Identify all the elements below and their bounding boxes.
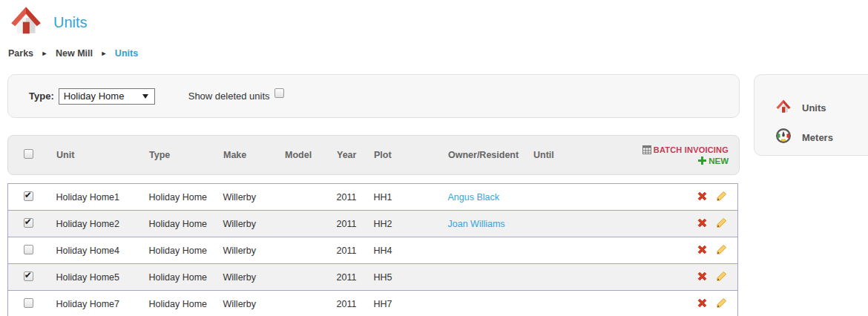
show-deleted-label: Show deleted units: [188, 90, 270, 102]
cell-make: Willerby: [216, 237, 277, 264]
cell-model: [277, 211, 329, 237]
cell-make: Willerby: [216, 291, 277, 316]
cell-until: [526, 211, 608, 237]
column-header-model: Model: [277, 136, 329, 174]
gauge-icon: [775, 128, 792, 147]
units-page: { "header": { "title": "Units" }, "bread…: [0, 0, 868, 316]
filter-panel: Type: Holiday Home Show deleted units: [7, 74, 740, 118]
table-header: Unit Type Make Model Year Plot Owner/Res…: [7, 135, 740, 175]
cell-type: Holiday Home: [142, 291, 216, 316]
cell-make: Willerby: [216, 264, 277, 291]
owner-link[interactable]: Angus Black: [448, 192, 499, 203]
cell-year: 2011: [329, 237, 366, 264]
edit-pencil-icon[interactable]: [716, 271, 727, 284]
cell-year: 2011: [329, 184, 366, 211]
row-checkbox[interactable]: [24, 218, 33, 228]
column-header-until: Until: [526, 136, 608, 174]
table-row: Holiday Home7 Holiday Home Willerby 2011…: [8, 291, 738, 316]
edit-pencil-icon[interactable]: [716, 217, 727, 231]
column-header-type: Type: [142, 136, 216, 174]
cell-until: [526, 237, 608, 264]
units-table: Holiday Home1 Holiday Home Willerby 2011…: [7, 183, 738, 316]
select-all-checkbox[interactable]: [24, 149, 33, 159]
edit-pencil-icon[interactable]: [716, 297, 727, 311]
cell-plot: HH2: [366, 211, 441, 237]
breadcrumb-new-mill[interactable]: New Mill: [56, 48, 93, 59]
type-label: Type:: [29, 90, 54, 102]
cell-plot: HH7: [366, 291, 441, 316]
cell-type: Holiday Home: [142, 184, 216, 211]
sidebar-item-label: Meters: [802, 132, 833, 143]
column-header-plot: Plot: [366, 136, 441, 174]
cell-until: [526, 264, 608, 291]
plus-icon: [698, 157, 706, 165]
cell-model: [277, 264, 329, 291]
batch-invoicing-button[interactable]: BATCH INVOICING: [642, 145, 729, 154]
owner-link[interactable]: Joan Williams: [448, 219, 505, 229]
chevron-down-icon: [142, 94, 148, 99]
home-icon: [775, 98, 792, 117]
breadcrumb-separator-icon: ►: [42, 50, 48, 57]
home-icon: [9, 3, 43, 40]
cell-year: 2011: [329, 291, 366, 316]
cell-plot: HH4: [366, 237, 441, 264]
show-deleted-checkbox[interactable]: [274, 88, 284, 98]
delete-icon[interactable]: [697, 271, 708, 284]
row-checkbox[interactable]: [24, 245, 33, 254]
column-header-unit: Unit: [49, 136, 142, 174]
cell-until: [526, 291, 608, 316]
cell-unit: Holiday Home2: [49, 211, 142, 237]
cell-plot: HH1: [366, 184, 441, 211]
edit-pencil-icon[interactable]: [716, 244, 727, 257]
sidebar-item-label: Units: [802, 102, 826, 113]
breadcrumb: Parks ► New Mill ► Units: [8, 48, 138, 59]
cell-unit: Holiday Home5: [49, 264, 142, 291]
table-row: Holiday Home2 Holiday Home Willerby 2011…: [8, 211, 738, 237]
cell-plot: HH5: [366, 264, 441, 291]
show-deleted-group: Show deleted units: [188, 90, 284, 102]
table-header-row: Unit Type Make Model Year Plot Owner/Res…: [8, 136, 739, 174]
cell-type: Holiday Home: [142, 237, 216, 264]
cell-model: [277, 184, 329, 211]
sidebar: Units Meters: [754, 74, 868, 156]
cell-year: 2011: [329, 211, 366, 237]
table-row: Holiday Home4 Holiday Home Willerby 2011…: [8, 237, 738, 264]
cell-model: [277, 291, 329, 316]
cell-year: 2011: [329, 264, 366, 291]
cell-until: [526, 184, 608, 211]
cell-type: Holiday Home: [142, 211, 216, 237]
page-title: Units: [53, 14, 88, 31]
grid-icon: [642, 145, 651, 154]
column-header-owner: Owner/Resident: [441, 136, 526, 174]
row-checkbox[interactable]: [24, 298, 33, 308]
type-select[interactable]: Holiday Home: [59, 88, 155, 105]
table-row: Holiday Home1 Holiday Home Willerby 2011…: [8, 184, 738, 211]
column-header-make: Make: [216, 136, 277, 174]
row-checkbox[interactable]: [24, 271, 33, 281]
cell-unit: Holiday Home7: [49, 291, 142, 316]
type-select-value: Holiday Home: [64, 90, 125, 102]
sidebar-item-meters[interactable]: Meters: [754, 122, 868, 152]
row-checkbox[interactable]: [24, 191, 33, 201]
delete-icon[interactable]: [697, 191, 708, 204]
cell-unit: Holiday Home4: [49, 237, 142, 264]
edit-pencil-icon[interactable]: [716, 191, 727, 204]
cell-model: [277, 237, 329, 264]
breadcrumb-parks[interactable]: Parks: [8, 48, 33, 59]
breadcrumb-separator-icon: ►: [100, 50, 107, 57]
cell-make: Willerby: [216, 211, 277, 237]
sidebar-item-units[interactable]: Units: [754, 93, 868, 122]
table-row: Holiday Home5 Holiday Home Willerby 2011…: [8, 264, 738, 291]
cell-type: Holiday Home: [142, 264, 216, 291]
delete-icon[interactable]: [697, 217, 708, 231]
delete-icon[interactable]: [697, 244, 708, 257]
new-unit-button[interactable]: NEW: [698, 157, 729, 165]
delete-icon[interactable]: [697, 297, 708, 311]
cell-make: Willerby: [216, 184, 277, 211]
breadcrumb-units: Units: [115, 48, 138, 59]
column-header-year: Year: [329, 136, 366, 174]
cell-unit: Holiday Home1: [49, 184, 142, 211]
